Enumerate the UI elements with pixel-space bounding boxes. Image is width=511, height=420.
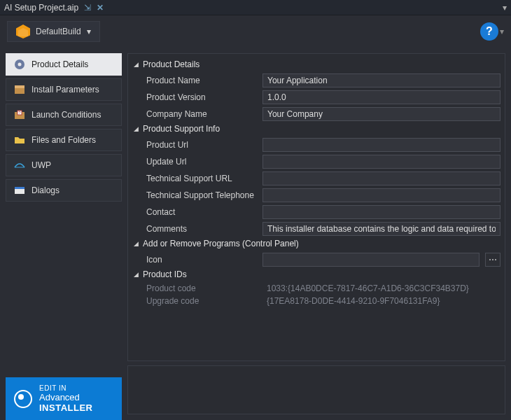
body: Product Details Install Parameters ? Lau… [0, 48, 511, 420]
sidebar-item-files-folders[interactable]: Files and Folders [6, 129, 122, 151]
row-icon: Icon ⋯ [131, 251, 500, 268]
title-bar: AI Setup Project.aip ⇲ ✕ ▾ [0, 0, 511, 15]
row-product-url: Product Url [131, 136, 500, 153]
sidebar-item-label: Product Details [31, 59, 88, 69]
sidebar-item-uwp[interactable]: UWP [6, 154, 122, 176]
dialog-icon [13, 184, 26, 197]
section-title: Product IDs [143, 270, 187, 279]
question-icon: ? [486, 25, 493, 38]
msi-box-icon [16, 24, 30, 38]
svg-point-1 [18, 63, 22, 66]
label-upgrade-code: Upgrade code [146, 296, 257, 306]
row-tech-url: Technical Support URL [131, 170, 500, 187]
input-icon[interactable] [262, 253, 479, 267]
bridge-icon [13, 159, 26, 172]
sidebar-item-label: UWP [31, 160, 51, 170]
input-product-version[interactable] [262, 90, 500, 104]
folder-icon [13, 134, 26, 146]
section-product-details-header[interactable]: ◢ Product Details [131, 58, 500, 71]
label-update-url: Update Url [146, 157, 257, 167]
sidebar-item-label: Install Parameters [31, 85, 99, 94]
row-comments: Comments [131, 220, 500, 237]
sidebar-item-label: Dialogs [31, 186, 59, 195]
collapse-icon: ◢ [134, 271, 139, 278]
row-upgrade-code: Upgrade code {17EA8178-D0DE-4414-9210-9F… [131, 295, 500, 307]
label-product-code: Product code [146, 284, 257, 293]
window-menu-caret-icon[interactable]: ▾ [503, 3, 507, 13]
label-contact: Contact [146, 207, 257, 217]
main-area: ◢ Product Details Product Name Product V… [127, 48, 511, 420]
collapse-icon: ◢ [134, 240, 139, 247]
row-contact: Contact [131, 204, 500, 220]
svg-rect-9 [15, 187, 24, 189]
input-contact[interactable] [262, 205, 500, 219]
row-product-name: Product Name [131, 72, 500, 89]
label-comments: Comments [146, 224, 257, 234]
label-product-name: Product Name [146, 76, 257, 85]
advanced-installer-logo-icon [14, 390, 32, 408]
sidebar-item-launch-conditions[interactable]: ? Launch Conditions [6, 104, 122, 126]
sidebar-item-product-details[interactable]: Product Details [6, 53, 122, 76]
label-tech-url: Technical Support URL [146, 174, 257, 183]
pin-icon[interactable]: ⇲ [84, 3, 91, 13]
input-product-name[interactable] [262, 74, 500, 88]
close-tab-icon[interactable]: ✕ [97, 3, 104, 13]
section-arp-header[interactable]: ◢ Add or Remove Programs (Control Panel) [131, 237, 500, 250]
row-update-url: Update Url [131, 153, 500, 170]
sidebar: Product Details Install Parameters ? Lau… [0, 48, 127, 420]
description-panel [127, 365, 505, 414]
section-title: Product Support Info [143, 124, 220, 134]
input-company-name[interactable] [262, 107, 500, 121]
row-tech-phone: Technical Support Telephone [131, 187, 500, 204]
label-company-name: Company Name [146, 109, 257, 119]
section-product-ids-header[interactable]: ◢ Product IDs [131, 268, 500, 281]
svg-rect-3 [15, 85, 24, 88]
row-product-version: Product Version [131, 89, 500, 106]
box-question-icon: ? [13, 108, 26, 121]
sidebar-item-install-parameters[interactable]: Install Parameters [6, 78, 122, 101]
label-product-version: Product Version [146, 92, 257, 102]
row-product-code: Product code 1033:{14AB0DCE-7817-46C7-A1… [131, 282, 500, 295]
section-support-info-header[interactable]: ◢ Product Support Info [131, 122, 500, 135]
input-product-url[interactable] [262, 138, 500, 152]
ellipsis-icon: ⋯ [489, 255, 497, 265]
toolbar: DefaultBuild ▾ ? ▾ [0, 15, 511, 48]
input-update-url[interactable] [262, 155, 500, 169]
label-icon: Icon [146, 255, 257, 265]
edit-in-line1: Advanced [39, 392, 92, 402]
input-comments[interactable] [262, 222, 500, 236]
sidebar-item-label: Files and Folders [31, 135, 96, 145]
section-title: Product Details [143, 59, 200, 69]
collapse-icon: ◢ [134, 61, 139, 68]
input-tech-url[interactable] [262, 172, 500, 186]
help-button[interactable]: ? [480, 22, 498, 41]
window-title: AI Setup Project.aip [4, 3, 78, 13]
row-company-name: Company Name [131, 106, 500, 122]
build-selector[interactable]: DefaultBuild ▾ [7, 21, 100, 42]
help-caret-icon[interactable]: ▾ [500, 27, 504, 36]
edit-in-advanced-installer-button[interactable]: EDIT IN Advanced INSTALLER [6, 377, 122, 420]
label-tech-phone: Technical Support Telephone [146, 190, 257, 200]
build-label: DefaultBuild [36, 27, 81, 36]
chevron-down-icon: ▾ [87, 27, 91, 36]
disc-icon [13, 58, 26, 71]
label-product-url: Product Url [146, 140, 257, 150]
value-upgrade-code: {17EA8178-D0DE-4414-9210-9F7046131FA9} [262, 296, 500, 306]
box-icon [13, 83, 26, 96]
value-product-code: 1033:{14AB0DCE-7817-46C7-A1D6-36C3CF34B3… [262, 284, 500, 293]
browse-icon-button[interactable]: ⋯ [485, 253, 500, 267]
edit-in-small-label: EDIT IN [39, 384, 92, 392]
sidebar-item-label: Launch Conditions [31, 110, 101, 120]
input-tech-phone[interactable] [262, 188, 500, 202]
sidebar-item-dialogs[interactable]: Dialogs [6, 179, 122, 202]
collapse-icon: ◢ [134, 125, 139, 132]
edit-in-line2: INSTALLER [39, 402, 92, 413]
section-title: Add or Remove Programs (Control Panel) [143, 239, 299, 248]
properties-panel: ◢ Product Details Product Name Product V… [127, 53, 505, 361]
